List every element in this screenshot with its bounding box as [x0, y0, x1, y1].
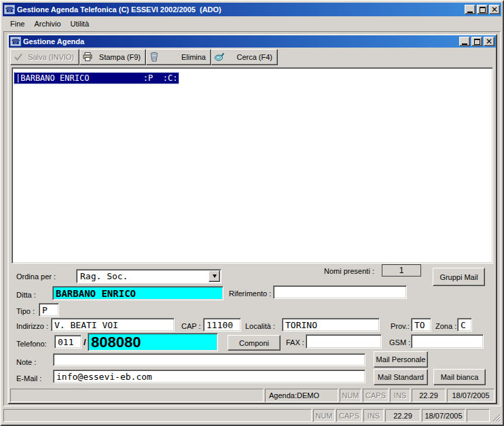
printer-icon — [82, 52, 94, 63]
telefono-numero-field[interactable]: 808080 — [88, 333, 218, 351]
status-caps-indicator: CAPS — [336, 409, 362, 422]
minimize-icon — [462, 43, 467, 45]
telefono-label: Telefono: — [16, 340, 47, 348]
telefono-separator: / — [84, 337, 86, 347]
menubar: Fine Archivio Utilità — [3, 17, 501, 31]
menu-utilita[interactable]: Utilità — [66, 18, 94, 29]
tipo-field[interactable]: P — [39, 303, 59, 317]
agenda-form: Ordina per : Rag. Soc. Nomi presenti : 1… — [9, 264, 496, 387]
status-agenda-name: Agenda:DEMO — [265, 389, 338, 402]
fax-label: FAX : — [286, 338, 304, 347]
stampa-button[interactable]: Stampa (F9) — [79, 49, 146, 65]
gestione-agenda-window: ☎ Gestione Agenda ✕ Salva (INVIO) — [7, 34, 497, 404]
status-num-indicator: NUM — [313, 409, 335, 422]
ditta-field[interactable]: BARBANO ENRICO — [52, 286, 223, 300]
riferimento-label: Riferimento : — [229, 289, 271, 298]
mail-bianca-button[interactable]: Mail bianca — [433, 369, 486, 385]
list-item-selected[interactable]: |BARBANO ENRICO :P :C: — [14, 73, 179, 84]
nomi-presenti-label: Nomi presenti : — [324, 267, 374, 275]
note-label: Note : — [16, 358, 36, 366]
search-icon — [214, 52, 226, 63]
riferimento-field[interactable] — [273, 285, 407, 299]
window-statusbar: NUM CAPS INS 22.29 18/07/2005 — [3, 408, 501, 423]
tipo-label: Tipo : — [16, 307, 35, 315]
resize-grip-icon[interactable] — [491, 409, 501, 422]
toolbar: Salva (INVIO) Stampa (F9) — [9, 48, 496, 66]
cap-label: CAP : — [181, 322, 201, 330]
status-time: 22.29 — [412, 389, 446, 402]
elimina-button[interactable]: Elimina — [146, 49, 211, 65]
email-label: E-Mail : — [16, 374, 41, 383]
agenda-maximize-button[interactable] — [471, 37, 482, 46]
status-ins-indicator: INS — [363, 409, 384, 422]
agenda-minimize-button[interactable] — [459, 37, 470, 46]
gruppi-mail-button[interactable]: Gruppi Mail — [433, 268, 485, 286]
status-empty-panel — [467, 409, 490, 422]
agenda-close-button[interactable]: ✕ — [484, 37, 494, 46]
ordina-per-value: Rag. Soc. — [77, 270, 208, 283]
email-field[interactable]: info@essevi-eb.com — [53, 370, 365, 383]
mail-standard-button[interactable]: Mail Standard — [374, 369, 428, 385]
minimize-icon — [467, 12, 473, 13]
status-message-panel — [3, 409, 312, 422]
status-date: 18/07/2005 — [422, 409, 465, 422]
prov-field[interactable]: TO — [411, 318, 431, 332]
localita-field[interactable]: TORINO — [282, 318, 380, 332]
ordina-per-combobox[interactable]: Rag. Soc. — [76, 269, 221, 283]
prov-label: Prov.: — [391, 322, 410, 330]
cap-field[interactable]: 11100 — [203, 318, 241, 332]
ditta-label: Ditta : — [16, 291, 36, 299]
checkmark-icon — [13, 52, 25, 63]
status-num-indicator: NUM — [340, 389, 361, 402]
mail-personale-button[interactable]: Mail Personale — [374, 351, 428, 368]
zona-field[interactable]: C — [457, 318, 472, 332]
cerca-button[interactable]: Cerca (F4) — [211, 49, 278, 65]
close-button[interactable]: ✕ — [489, 5, 500, 14]
menu-fine[interactable]: Fine — [5, 18, 29, 29]
componi-button[interactable]: Componi — [228, 335, 281, 351]
gsm-field[interactable] — [411, 334, 484, 349]
close-icon: ✕ — [491, 6, 498, 13]
fax-field[interactable] — [306, 334, 382, 349]
telefono-prefisso-field[interactable]: 011 — [54, 335, 82, 349]
indirizzo-label: Indirizzo : — [16, 322, 48, 330]
agenda-statusbar: Agenda:DEMO NUM CAPS INS 22.29 18/07/200… — [10, 389, 494, 402]
agenda-title: Gestione Agenda — [23, 37, 457, 46]
trash-icon — [149, 52, 161, 63]
status-caps-indicator: CAPS — [363, 389, 389, 402]
status-message-panel — [10, 389, 264, 402]
maximize-icon — [474, 39, 480, 45]
note-field[interactable] — [53, 353, 365, 366]
maximize-button[interactable] — [477, 5, 488, 14]
window-title: Gestione Agenda Telefonica (C) ESSEVI 20… — [17, 5, 463, 14]
indirizzo-field[interactable]: V. BEATI VOI — [51, 318, 175, 332]
nomi-presenti-value: 1 — [382, 264, 421, 277]
status-time: 22.29 — [385, 409, 420, 422]
status-ins-indicator: INS — [390, 389, 410, 402]
mdi-client-area: ☎ Gestione Agenda ✕ Salva (INVIO) — [3, 31, 501, 406]
maximize-icon — [480, 7, 486, 13]
status-date: 18/07/2005 — [447, 389, 494, 402]
menu-archivio[interactable]: Archivio — [29, 18, 65, 29]
localita-label: Località : — [245, 322, 275, 330]
window-titlebar: ☎ Gestione Agenda Telefonica (C) ESSEVI … — [3, 3, 501, 16]
ordina-per-label: Ordina per : — [16, 272, 56, 281]
agenda-listbox[interactable]: |BARBANO ENRICO :P :C: — [12, 67, 493, 264]
salva-button[interactable]: Salva (INVIO) — [10, 49, 79, 65]
zona-label: Zona : — [435, 322, 456, 330]
phone-icon: ☎ — [10, 37, 21, 46]
phone-icon: ☎ — [4, 5, 15, 14]
gsm-label: GSM : — [389, 338, 410, 347]
chevron-down-icon[interactable] — [209, 270, 220, 282]
minimize-button[interactable] — [465, 5, 475, 14]
close-icon: ✕ — [486, 38, 492, 45]
agenda-titlebar: ☎ Gestione Agenda ✕ — [9, 35, 496, 48]
app-window: ☎ Gestione Agenda Telefonica (C) ESSEVI … — [0, 0, 504, 426]
